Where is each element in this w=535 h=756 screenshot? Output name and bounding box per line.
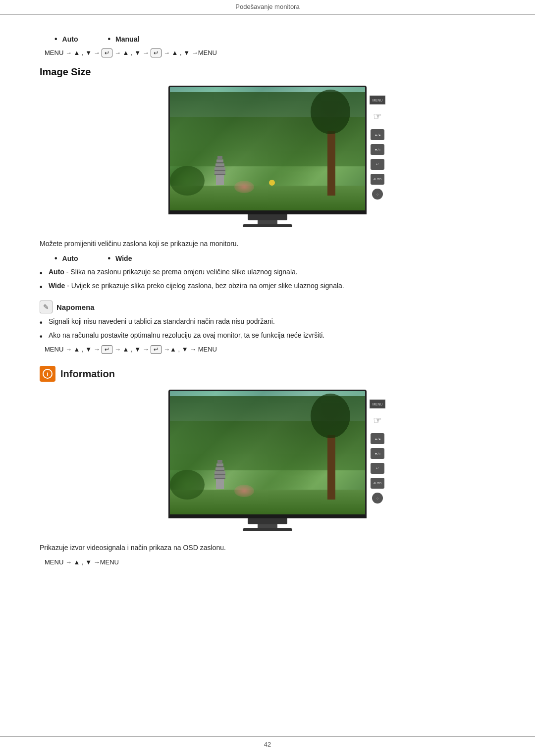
information-section-title: i Information: [40, 366, 495, 382]
monitor-foot-1: [243, 224, 292, 227]
monitor-wrapper-2: MENU ☞ ▲/● ▼/○ ↵ AUTO ○: [168, 390, 367, 531]
information-desc: Prikazuje izvor videosignala i način pri…: [40, 542, 495, 553]
detail-bullet-2: • Wide - Uvijek se prikazuje slika preko…: [40, 282, 495, 292]
monitor-image-1: MENU ☞ ▲/● ▼/○ ↵ AUTO ○: [40, 86, 495, 227]
image-size-desc: Možete promijeniti veličinu zaslona koji…: [40, 238, 495, 249]
side-btn-3[interactable]: ↵: [371, 159, 384, 170]
detail-text-1: Auto - Slika na zaslonu prikazuje se pre…: [49, 268, 298, 276]
bullet-auto-2: • Auto: [54, 254, 78, 263]
menu-formula-1: MENU → ▲ , ▼ → ↵ → ▲ , ▼ → ↵ → ▲ , ▼ →ME…: [45, 49, 495, 57]
monitor-screen-2: [168, 390, 367, 518]
auto-label-2: Auto: [62, 254, 78, 262]
detail-text-2: Wide - Uvijek se prikazuje slika preko c…: [49, 282, 344, 290]
side-buttons-1: MENU ☞ ▲/● ▼/○ ↵ AUTO ○: [370, 96, 385, 200]
page: Podešavanje monitora • Auto • Manual MEN…: [0, 0, 535, 756]
menu-formula-3: MENU → ▲ , ▼ →MENU: [45, 558, 495, 566]
main-content: • Auto • Manual MENU → ▲ , ▼ → ↵ → ▲ , ▼…: [0, 15, 535, 736]
note-text-2: Ako na računalu postavite optimalnu rezo…: [49, 331, 324, 339]
menu-label-2: MENU: [370, 400, 385, 408]
detail-bullet-1: • Auto - Slika na zaslonu prikazuje se p…: [40, 268, 495, 278]
page-number: 42: [264, 741, 271, 748]
side-btn-5[interactable]: ○: [372, 189, 383, 200]
bullet-wide: • Wide: [108, 254, 132, 263]
monitor-image-2: MENU ☞ ▲/● ▼/○ ↵ AUTO ○: [40, 390, 495, 531]
formula1-text: MENU → ▲ , ▼ → ↵ → ▲ , ▼ → ↵ → ▲ , ▼ →ME…: [45, 49, 217, 57]
bullet-auto-1: • Auto: [54, 35, 78, 44]
monitor-foot-2: [243, 528, 292, 531]
side-btn-2[interactable]: ▼/○: [371, 144, 384, 155]
menu-formula-2: MENU → ▲ , ▼ → ↵ → ▲ , ▼ → ↵ →▲ , ▼ → ME…: [45, 345, 495, 354]
page-header: Podešavanje monitora: [0, 0, 535, 15]
garden-scene-1: [170, 87, 365, 210]
note-list: • Signali koji nisu navedeni u tablici z…: [40, 317, 495, 341]
info-icon: i: [40, 366, 55, 382]
monitor-screen-1: [168, 86, 367, 214]
note-item-1: • Signali koji nisu navedeni u tablici z…: [40, 317, 495, 327]
monitor-base-2: [248, 518, 287, 524]
note-title: Napomena: [56, 303, 95, 311]
image-size-title: Image Size: [40, 66, 495, 78]
note-text-1: Signali koji nisu navedeni u tablici za …: [49, 317, 275, 325]
monitor-base-1: [248, 214, 287, 220]
information-title: Information: [60, 368, 115, 380]
note-icon: ✎: [40, 301, 53, 313]
side-btn-2-3[interactable]: ↵: [371, 463, 384, 474]
hand-cursor-2: ☞: [373, 414, 382, 426]
monitor-stand-1: [258, 220, 277, 224]
side-btn-1[interactable]: ▲/●: [371, 129, 384, 140]
side-btn-2-5[interactable]: ○: [372, 493, 383, 504]
side-btn-2-4[interactable]: AUTO: [371, 478, 384, 489]
manual-label: Manual: [115, 35, 139, 43]
detail-bullets: • Auto - Slika na zaslonu prikazuje se p…: [40, 268, 495, 292]
monitor-wrapper-1: MENU ☞ ▲/● ▼/○ ↵ AUTO ○: [168, 86, 367, 227]
side-buttons-2: MENU ☞ ▲/● ▼/○ ↵ AUTO ○: [370, 400, 385, 504]
side-btn-2-1[interactable]: ▲/●: [371, 433, 384, 444]
bullet-dot-1: •: [54, 35, 57, 44]
note-box: ✎ Napomena: [40, 301, 495, 313]
monitor-stand-2: [258, 524, 277, 528]
auto-label-1: Auto: [62, 35, 78, 43]
bullet-row-1: • Auto • Manual: [54, 35, 495, 44]
page-footer: 42: [0, 736, 535, 756]
info-svg: i: [43, 369, 53, 379]
side-btn-2-2[interactable]: ▼/○: [371, 448, 384, 459]
hand-cursor-1: ☞: [373, 110, 382, 122]
side-btn-4[interactable]: AUTO: [371, 174, 384, 185]
bullet-manual: • Manual: [108, 35, 140, 44]
header-title: Podešavanje monitora: [235, 3, 299, 10]
wide-label: Wide: [115, 254, 132, 262]
bullet-row-2: • Auto • Wide: [54, 254, 495, 263]
menu-label-1: MENU: [370, 96, 385, 104]
note-item-2: • Ako na računalu postavite optimalnu re…: [40, 331, 495, 341]
bullet-dot-2: •: [108, 35, 111, 44]
svg-text:i: i: [47, 371, 48, 378]
garden-scene-2: [170, 391, 365, 514]
